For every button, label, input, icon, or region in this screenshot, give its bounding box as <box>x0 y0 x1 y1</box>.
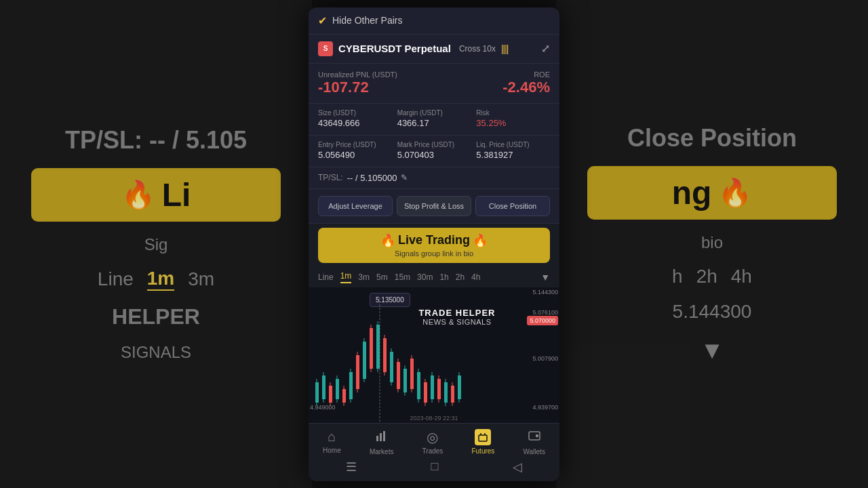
nav-wallets[interactable]: Wallets <box>523 429 545 455</box>
wallets-icon <box>528 429 541 446</box>
pnl-section: Unrealized PNL (USDT) -107.72 ROE -2.46% <box>309 64 559 104</box>
trades-icon: ◎ <box>427 429 438 445</box>
nav-items: ⌂ Home Markets ◎ Trades <box>309 429 559 455</box>
entry-price: Entry Price (USDT) 5.056490 <box>318 141 392 160</box>
background-left: TP/SL: -- / 5.105 🔥 Li Sig Line 1m 3m HE… <box>0 0 312 488</box>
bg-tpsl: TP/SL: -- / 5.105 <box>65 126 247 155</box>
svg-rect-48 <box>479 435 487 441</box>
tf-5m[interactable]: 5m <box>376 272 388 282</box>
bg-4h: 4h <box>731 266 752 287</box>
pair-bars: |||| <box>501 43 509 54</box>
futures-icon-box <box>475 429 491 445</box>
chart-canvas: 5.144300 5.076100 5.007900 4.939700 5.07… <box>309 287 559 423</box>
tf-30m[interactable]: 30m <box>417 272 433 282</box>
bg-helper-left: HELPER <box>112 304 200 329</box>
candlestick-chart <box>309 287 559 423</box>
unrealized-pnl-label: Unrealized PNL (USDT) <box>318 70 397 79</box>
home-icon: ⌂ <box>328 429 336 445</box>
pair-header: S CYBERUSDT Perpetual Cross 10x |||| ⤢ <box>309 35 559 64</box>
live-banner-subtitle: Signals group link in bio <box>395 249 473 258</box>
live-trading-text: Live Trading <box>398 233 470 247</box>
stats-section: Size (USDT) 43649.666 Margin (USDT) 4366… <box>309 104 559 136</box>
pair-icon: S <box>318 41 333 56</box>
bg-price-right: 5.144300 <box>673 301 752 323</box>
svg-rect-46 <box>380 433 382 441</box>
futures-label: Futures <box>471 447 494 455</box>
bg-news-left: SIGNALS <box>121 343 191 362</box>
bg-banner-left: Li <box>162 176 191 214</box>
nav-futures[interactable]: Futures <box>471 429 494 455</box>
pair-left: S CYBERUSDT Perpetual Cross 10x |||| <box>318 41 508 56</box>
tpsl-value: -- / 5.105000 <box>347 173 397 183</box>
bg-2h: 2h <box>696 266 717 287</box>
svg-rect-45 <box>376 436 378 441</box>
background-right: Close Position ng 🔥 bio h 2h 4h 5.144300… <box>556 0 868 488</box>
price-section: Entry Price (USDT) 5.056490 Mark Price (… <box>309 136 559 167</box>
hide-pairs-bar: ✔ Hide Other Pairs <box>309 7 559 35</box>
home-button[interactable]: □ <box>431 460 439 474</box>
markets-icon <box>375 429 389 446</box>
svg-rect-52 <box>536 434 538 437</box>
tpsl-edit-icon[interactable]: ✎ <box>401 173 408 182</box>
nav-home[interactable]: ⌂ Home <box>323 429 341 455</box>
bg-banner-right: ng <box>672 174 712 211</box>
bg-bio: bio <box>701 233 723 252</box>
phone-panel: ✔ Hide Other Pairs S CYBERUSDT Perpetual… <box>309 7 559 481</box>
tpsl-row: TP/SL: -- / 5.105000 ✎ <box>309 167 559 189</box>
tf-2h[interactable]: 2h <box>456 272 465 282</box>
stat-size: Size (USDT) 43649.666 <box>318 109 392 128</box>
tf-15m[interactable]: 15m <box>395 272 410 282</box>
fire-icon-right: 🔥 <box>473 233 488 248</box>
pair-name: CYBERUSDT Perpetual <box>338 43 451 54</box>
system-nav: ☰ □ ◁ <box>309 455 559 479</box>
bg-active-tf: 1m <box>147 268 174 291</box>
tf-4h[interactable]: 4h <box>471 272 480 282</box>
fire-icon-left: 🔥 <box>380 233 395 248</box>
tf-1h[interactable]: 1h <box>439 272 448 282</box>
trades-label: Trades <box>422 447 443 455</box>
bg-arrow-right: ▼ <box>700 336 724 365</box>
roe-value: -2.46% <box>502 79 550 96</box>
stat-risk: Risk 35.25% <box>476 109 550 128</box>
pair-cross: Cross 10x <box>459 44 496 54</box>
tf-dropdown-icon[interactable]: ▼ <box>540 272 550 283</box>
bg-signals: Sig <box>144 235 168 254</box>
bg-h: h <box>672 266 683 287</box>
bg-3m: 3m <box>188 268 214 290</box>
action-buttons: Adjust Leverage Stop Profit & Loss Close… <box>309 189 559 224</box>
back-button[interactable]: ◁ <box>513 460 522 474</box>
bottom-nav: ⌂ Home Markets ◎ Trades <box>309 423 559 481</box>
markets-label: Markets <box>370 448 394 455</box>
menu-button[interactable]: ☰ <box>346 460 357 474</box>
mark-price: Mark Price (USDT) 5.070403 <box>397 141 471 160</box>
unrealized-pnl-value: -107.72 <box>318 79 397 96</box>
tf-1m[interactable]: 1m <box>340 271 352 283</box>
nav-trades[interactable]: ◎ Trades <box>422 429 443 455</box>
liq-price: Liq. Price (USDT) 5.381927 <box>476 141 550 160</box>
bg-close-position: Close Position <box>627 124 797 152</box>
roe-label: ROE <box>502 70 550 79</box>
adjust-leverage-button[interactable]: Adjust Leverage <box>318 196 393 216</box>
live-banner-title: 🔥 Live Trading 🔥 <box>380 233 488 248</box>
stop-profit-loss-button[interactable]: Stop Profit & Loss <box>397 196 471 216</box>
tpsl-label: TP/SL: <box>318 173 343 182</box>
bg-line: Line <box>98 268 134 290</box>
wallets-label: Wallets <box>523 448 545 455</box>
stat-margin: Margin (USDT) 4366.17 <box>397 109 471 128</box>
nav-markets[interactable]: Markets <box>370 429 394 455</box>
check-icon: ✔ <box>318 14 327 27</box>
close-position-button[interactable]: Close Position <box>475 196 550 216</box>
live-trading-banner[interactable]: 🔥 Live Trading 🔥 Signals group link in b… <box>318 228 550 263</box>
home-label: Home <box>323 447 341 454</box>
share-icon[interactable]: ⤢ <box>541 42 550 55</box>
chart-timeframes: Line 1m 3m 5m 15m 30m 1h 2h 4h ▼ <box>309 267 559 287</box>
tf-line[interactable]: Line <box>318 272 334 282</box>
tf-3m[interactable]: 3m <box>358 272 370 282</box>
hide-pairs-label: Hide Other Pairs <box>332 15 402 26</box>
svg-rect-47 <box>383 431 385 441</box>
